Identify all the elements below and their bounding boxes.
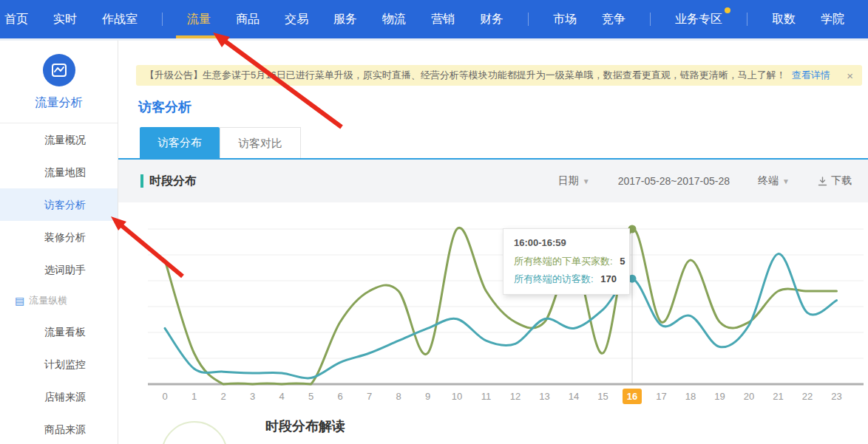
interpretation-title: 时段分布解读 (265, 417, 345, 435)
section-accent-bar (140, 174, 143, 188)
x-tick-label: 18 (685, 391, 696, 402)
nav-item-finance[interactable]: 财务 (467, 0, 516, 38)
sidebar-item-traffic-board[interactable]: 流量看板 (0, 315, 118, 348)
chevron-down-icon: ▼ (583, 177, 590, 185)
close-icon[interactable]: × (839, 69, 853, 82)
download-button[interactable]: 下载 (818, 174, 852, 188)
nav-item-label: 业务专区 (675, 13, 722, 25)
banner-text: 【升级公告】生意参谋于5月16日已进行菜单升级，原实时直播、经营分析等模块功能都… (145, 69, 786, 82)
sidebar-item-visitor-analysis[interactable]: 访客分析 (0, 188, 118, 221)
nav-item-realtime[interactable]: 实时 (41, 0, 89, 38)
x-tick-label: 7 (367, 391, 372, 402)
x-tick-label: 12 (510, 391, 521, 402)
nav-item-marketing[interactable]: 营销 (418, 0, 467, 38)
download-label: 下载 (831, 174, 852, 188)
series-line-0 (165, 228, 837, 384)
date-type-dropdown[interactable]: 日期 ▼ (558, 174, 590, 188)
tooltip-value: 5 (620, 256, 625, 267)
nav-item-warroom[interactable]: 作战室 (89, 0, 150, 38)
tooltip-label: 所有终端的访客数: (514, 273, 594, 284)
top-navigation: 首页 实时 作战室 流量 商品 交易 服务 物流 营销 财务 市场 竞争 业务专… (0, 0, 868, 38)
x-tick-label: 20 (744, 391, 754, 402)
x-tick-label: 15 (597, 391, 608, 402)
x-tick-label: 6 (337, 391, 342, 402)
nav-item-transactions[interactable]: 交易 (272, 0, 321, 38)
download-icon (818, 177, 827, 186)
nav-item-service[interactable]: 服务 (321, 0, 370, 38)
traffic-analysis-icon (43, 54, 75, 86)
section-title: 时段分布 (149, 174, 197, 189)
x-tick-label: 16 (627, 391, 637, 402)
nav-divider (747, 13, 747, 26)
x-tick-label: 21 (773, 391, 783, 402)
interpretation-section: 时段分布解读 (118, 411, 868, 444)
x-tick-label: 13 (539, 391, 549, 402)
sidebar-item-traffic-map[interactable]: 流量地图 (0, 156, 118, 188)
nav-divider (162, 13, 163, 26)
page-title: 访客分析 (138, 98, 868, 116)
tooltip-row-visitors: 所有终端的访客数: 170 (514, 273, 619, 286)
x-tick-label: 8 (396, 391, 401, 402)
sidebar-item-traffic-overview[interactable]: 流量概况 (0, 123, 118, 156)
donut-chart-partial (161, 421, 228, 444)
sidebar-item-word-picker[interactable]: 选词助手 (0, 253, 118, 286)
x-tick-label: 5 (308, 391, 313, 402)
time-distribution-chart[interactable]: 01234567891011121314151617181920212223 1… (118, 202, 868, 411)
x-tick-label: 19 (714, 391, 725, 402)
tooltip-value: 170 (600, 273, 617, 284)
chevron-down-icon: ▼ (782, 177, 790, 185)
main-content: 【升级公告】生意参谋于5月16日已进行菜单升级，原实时直播、经营分析等模块功能都… (118, 41, 868, 444)
x-tick-label: 10 (452, 391, 462, 402)
sidebar-title: 流量分析 (0, 95, 118, 111)
sidebar-item-plan-monitor[interactable]: 计划监控 (0, 348, 118, 380)
notification-dot-badge (725, 7, 730, 13)
nav-item-products[interactable]: 商品 (223, 0, 272, 38)
nav-divider (650, 13, 651, 26)
nav-item-traffic[interactable]: 流量 (174, 0, 223, 38)
tab-visitor-comparison[interactable]: 访客对比 (220, 127, 301, 158)
x-tick-label: 23 (831, 391, 841, 402)
series-line-1 (165, 254, 837, 379)
sidebar-section-traffic-matrix: ▤ 流量纵横 (0, 286, 118, 315)
nav-divider (528, 13, 529, 26)
x-tick-label: 14 (569, 391, 579, 402)
chart-canvas[interactable]: 01234567891011121314151617181920212223 (118, 202, 867, 411)
sidebar: 流量分析 流量概况 流量地图 访客分析 装修分析 选词助手 ▤ 流量纵横 流量看… (0, 41, 118, 444)
nav-item-academy[interactable]: 学院 (808, 0, 857, 38)
upgrade-notice-banner: 【升级公告】生意参谋于5月16日已进行菜单升级，原实时直播、经营分析等模块功能都… (136, 65, 862, 86)
tooltip-label: 所有终端的下单买家数: (514, 256, 613, 267)
x-tick-label: 4 (279, 391, 284, 402)
sidebar-section-label: 流量纵横 (29, 286, 67, 315)
x-tick-label: 22 (802, 391, 813, 402)
chart-tooltip: 16:00-16:59 所有终端的下单买家数: 5 所有终端的访客数: 170 (503, 228, 630, 295)
x-tick-label: 17 (656, 391, 666, 402)
tooltip-row-buyers: 所有终端的下单买家数: 5 (514, 255, 619, 268)
terminal-label: 终端 (758, 174, 779, 188)
sidebar-item-product-source[interactable]: 商品来源 (0, 413, 118, 444)
nav-item-home[interactable]: 首页 (0, 0, 41, 38)
x-tick-label: 11 (481, 391, 492, 402)
tab-visitor-distribution[interactable]: 访客分布 (140, 127, 220, 158)
banner-detail-link[interactable]: 查看详情 (792, 69, 830, 82)
sidebar-item-shop-source[interactable]: 店铺来源 (0, 380, 118, 413)
x-tick-label: 0 (162, 391, 167, 402)
nav-item-competition[interactable]: 竞争 (589, 0, 638, 38)
nav-item-market[interactable]: 市场 (540, 0, 589, 38)
x-tick-label: 2 (220, 391, 226, 402)
nav-item-business-zone[interactable]: 业务专区 (662, 0, 735, 38)
x-tick-label: 3 (250, 391, 255, 402)
date-range-picker[interactable]: 2017-05-28~2017-05-28 (618, 175, 730, 187)
sidebar-header: 流量分析 (0, 41, 118, 123)
panel-header: 时段分布 日期 ▼ 2017-05-28~2017-05-28 终端 ▼ (118, 160, 868, 202)
date-type-label: 日期 (558, 174, 579, 188)
nav-item-data-fetch[interactable]: 取数 (759, 0, 808, 38)
ledger-icon: ▤ (15, 286, 24, 315)
x-tick-label: 9 (425, 391, 430, 402)
x-tick-label: 1 (191, 391, 197, 402)
sidebar-item-decoration-analysis[interactable]: 装修分析 (0, 221, 118, 253)
tab-bar: 访客分布 访客对比 (118, 127, 868, 158)
nav-item-logistics[interactable]: 物流 (370, 0, 418, 38)
tooltip-time-range: 16:00-16:59 (514, 237, 619, 248)
terminal-dropdown[interactable]: 终端 ▼ (758, 174, 790, 188)
